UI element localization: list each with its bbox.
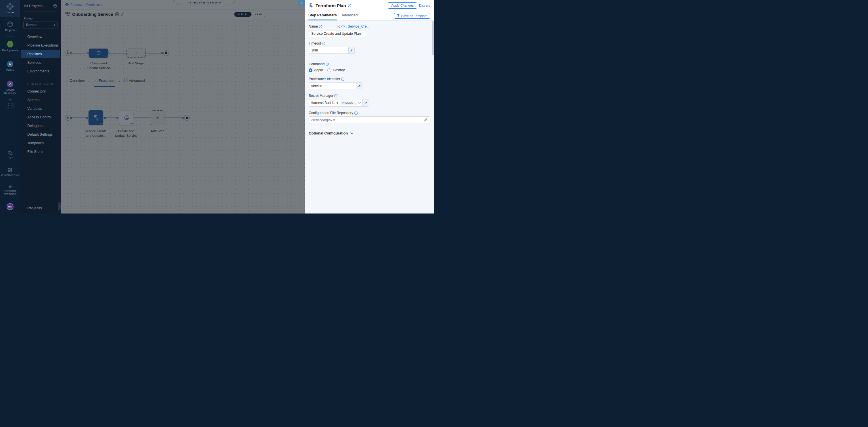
- status-dot-icon: [337, 102, 338, 104]
- project-cube-icon: [53, 4, 57, 8]
- fixed-value-pin-button[interactable]: [363, 99, 369, 107]
- rail-bottom: ? HELP DASHBOARDS ACCOUNTSETTINGS R: [0, 149, 20, 214]
- canvas-dim-overlay: [61, 0, 305, 214]
- info-icon[interactable]: i: [319, 25, 322, 28]
- rail-label: Builds: [6, 68, 14, 71]
- sidebar-footer-projects: Projects: [27, 206, 42, 210]
- discard-button[interactable]: Discard: [419, 4, 430, 7]
- tab-step-parameters[interactable]: Step Parameters: [308, 11, 337, 21]
- info-icon[interactable]: i: [326, 63, 329, 66]
- rail-collapse-chevron-icon[interactable]: [8, 99, 12, 101]
- info-icon[interactable]: i: [348, 4, 351, 7]
- dashboards-icon: [8, 168, 12, 172]
- sidebar-divider: [24, 78, 57, 78]
- project-label: Project: [20, 17, 61, 20]
- rail-label: Home: [6, 11, 13, 14]
- sidebar-item-overview[interactable]: Overview: [20, 32, 61, 41]
- form-divider: [309, 58, 430, 58]
- apply-changes-button[interactable]: Apply Changes: [388, 2, 417, 9]
- timeout-label: Timeouti: [309, 41, 430, 45]
- radio-apply[interactable]: Apply: [309, 68, 323, 72]
- chevron-down-icon: [350, 132, 353, 134]
- rail-item-home[interactable]: Home: [0, 0, 20, 17]
- pin-icon: [358, 84, 361, 88]
- radio-selected-icon: [309, 68, 312, 72]
- rail-item-builds[interactable]: Builds: [0, 58, 20, 74]
- rail-item-account-settings[interactable]: ACCOUNTSETTINGS: [0, 181, 20, 199]
- command-radio-group: Apply Destroy: [309, 68, 430, 72]
- secret-manager-group: Harness Built-i... PROJECT: [309, 99, 430, 107]
- rail-label: ACCOUNTSETTINGS: [3, 190, 17, 196]
- module-rail: Home Projects ∞ Deployments Builds ✓ Ser…: [0, 0, 20, 214]
- sidebar-item-delegates[interactable]: Delegates: [20, 122, 61, 130]
- upload-icon: [397, 14, 400, 17]
- sidebar-item-secrets[interactable]: Secrets: [20, 96, 61, 104]
- pin-icon: [350, 48, 353, 52]
- terraform-plan-panel: Terraform Plan i Apply Changes Discard S…: [305, 0, 434, 214]
- project-name: Rohan: [26, 23, 36, 27]
- info-icon[interactable]: i: [334, 94, 337, 97]
- fixed-value-pin-button[interactable]: [348, 47, 355, 54]
- sidebar-nav: Overview Pipeline Executions Pipelines S…: [20, 32, 61, 75]
- panel-scrollbar[interactable]: [432, 21, 434, 56]
- panel-title: Terraform Plan: [316, 3, 346, 8]
- panel-header: Terraform Plan i Apply Changes Discard: [305, 0, 434, 11]
- svg-text:?: ?: [9, 152, 10, 154]
- chevron-down-icon: [358, 101, 361, 104]
- sidebar-item-default-settings[interactable]: Default Settings: [20, 130, 61, 139]
- info-icon[interactable]: i: [341, 25, 345, 28]
- radio-destroy[interactable]: Destroy: [328, 68, 345, 72]
- sidebar-item-environments[interactable]: Environments: [20, 67, 61, 75]
- save-as-template-button[interactable]: Save as Template: [394, 13, 430, 19]
- builds-icon: [7, 61, 13, 67]
- pipeline-studio-main: Projects › Pipelines › PIPELINE STUDIO O…: [61, 0, 305, 214]
- info-icon[interactable]: i: [322, 42, 326, 45]
- user-avatar[interactable]: RG: [7, 203, 13, 210]
- terraform-plan-icon: [308, 3, 314, 8]
- rail-item-help[interactable]: ? HELP: [0, 149, 20, 162]
- collapse-arrow-icon: [59, 205, 60, 207]
- sidebar-item-templates[interactable]: Templates: [20, 139, 61, 147]
- module-picker-icon[interactable]: [7, 102, 13, 109]
- sidebar-item-variables[interactable]: Variables: [20, 104, 61, 113]
- sidebar-item-file-store[interactable]: File Store: [20, 147, 61, 156]
- chevron-right-icon: ›: [54, 23, 55, 27]
- rail-label: Deployments: [2, 48, 18, 52]
- sidebar-setup-nav: Connectors Secrets Variables Access Cont…: [20, 87, 61, 156]
- sidebar-item-access-control[interactable]: Access Control: [20, 113, 61, 122]
- projects-cube-icon: [7, 21, 13, 27]
- fixed-value-pin-button[interactable]: [356, 83, 363, 89]
- rail-item-deployments[interactable]: ∞ Deployments: [0, 38, 20, 54]
- project-setup-header: PROJECT SETUP: [20, 82, 61, 85]
- radio-unselected-icon: [328, 68, 331, 72]
- timeout-input[interactable]: [309, 47, 348, 54]
- provisioner-identifier-label: Provisioner Identifieri: [309, 77, 430, 81]
- pin-icon: [364, 101, 368, 105]
- sidebar-item-services[interactable]: Services: [20, 58, 61, 67]
- sidebar-collapse-handle[interactable]: [58, 201, 61, 211]
- all-projects-label[interactable]: All Projects: [24, 4, 42, 8]
- secret-manager-select[interactable]: Harness Built-i... PROJECT: [309, 99, 363, 107]
- rail-item-dashboards[interactable]: DASHBOARDS: [0, 165, 20, 179]
- harness-app: Home Projects ∞ Deployments Builds ✓ Ser…: [0, 0, 434, 214]
- provisioner-input[interactable]: [309, 83, 356, 89]
- rail-item-service-reliability[interactable]: ✓ ServiceReliability: [0, 78, 20, 97]
- rail-label: Projects: [5, 28, 15, 32]
- deployments-icon: ∞: [7, 41, 13, 47]
- sidebar-item-connectors[interactable]: Connectors: [20, 87, 61, 96]
- optional-configuration-toggle[interactable]: Optional Configuration: [309, 131, 430, 135]
- sidebar-item-pipeline-executions[interactable]: Pipeline Executions: [20, 41, 61, 50]
- close-panel-button[interactable]: ✕: [298, 0, 305, 6]
- gear-icon: [8, 184, 12, 189]
- edit-pencil-icon[interactable]: [424, 118, 428, 122]
- service-reliability-icon: ✓: [7, 81, 13, 87]
- project-selector[interactable]: Rohan ›: [23, 22, 58, 28]
- step-id-value[interactable]: : Service_Cre...: [346, 25, 370, 28]
- name-input[interactable]: [309, 30, 366, 37]
- rail-item-projects[interactable]: Projects: [0, 19, 20, 34]
- sidebar-item-pipelines[interactable]: Pipelines: [21, 50, 60, 58]
- info-icon[interactable]: i: [354, 111, 358, 114]
- tab-panel-advanced[interactable]: Advanced: [342, 11, 358, 21]
- info-icon[interactable]: i: [341, 77, 344, 81]
- config-file-repository-input[interactable]: [309, 117, 430, 124]
